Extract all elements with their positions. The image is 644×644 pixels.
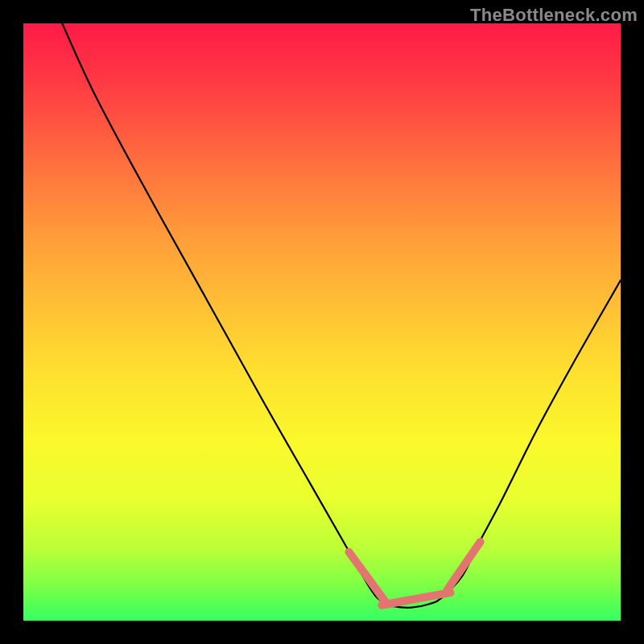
highlight-segment-2 bbox=[448, 542, 481, 589]
chart-svg bbox=[23, 23, 621, 621]
bottleneck-curve bbox=[62, 23, 621, 608]
highlight-segment-0 bbox=[349, 552, 385, 601]
chart-plot-area bbox=[23, 23, 621, 621]
watermark-text: TheBottleneck.com bbox=[470, 5, 638, 26]
